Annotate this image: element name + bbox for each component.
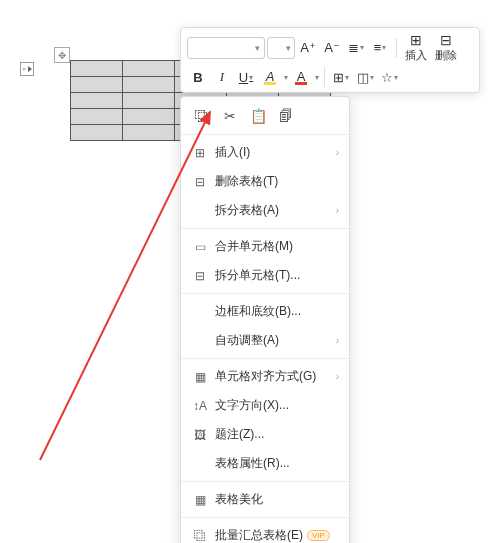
menu-text-direction[interactable]: ↕A 文字方向(X)... [181,391,349,420]
menu-label: 边框和底纹(B)... [215,303,301,320]
left-ruler-control[interactable]: ▫ [20,62,34,76]
blank-icon [191,334,209,348]
menu-label: 自动调整(A) [215,332,279,349]
submenu-arrow-icon: › [336,335,339,346]
list-icon: ≣ [348,40,359,55]
menu-label: 题注(Z)... [215,426,264,443]
menu-cell-alignment[interactable]: ▦ 单元格对齐方式(G) › [181,362,349,391]
caption-icon: 🖼 [191,428,209,442]
vip-badge: VIP [307,530,330,541]
menu-auto-fit[interactable]: 自动调整(A) › [181,326,349,355]
menu-split-table[interactable]: 拆分表格(A) › [181,196,349,225]
menu-label: 拆分表格(A) [215,202,279,219]
font-increase-button[interactable]: A⁺ [297,37,319,59]
shape-icon: ☆ [381,70,393,85]
table-context-menu: ⿻ ✂ 📋 🗐 ⊞ 插入(I) › ⊟ 删除表格(T) 拆分表格(A) › ▭ … [180,96,350,543]
highlight-button[interactable]: A [259,66,281,88]
insert-cells-button[interactable]: ⊞▾ [330,66,352,88]
align-button[interactable]: ≡▾ [369,37,391,59]
menu-merge-cells[interactable]: ▭ 合并单元格(M) [181,232,349,261]
font-family-select[interactable]: ▾ [187,37,265,59]
separator [181,134,349,135]
separator [324,67,325,87]
ruler-arrow-icon [28,66,32,72]
paste-special-icon: 🗐 [279,108,293,124]
list-button[interactable]: ≣▾ [345,37,367,59]
separator [181,517,349,518]
paste-button[interactable]: 📋 [249,107,267,125]
menu-label: 合并单元格(M) [215,238,293,255]
align-icon: ≡ [374,40,382,55]
menu-label: 删除表格(T) [215,173,278,190]
border-icon: ◫ [357,70,369,85]
paste-special-button[interactable]: 🗐 [277,107,295,125]
highlight-color-swatch [264,82,276,85]
menu-label: 表格属性(R)... [215,455,290,472]
menu-label: 文字方向(X)... [215,397,289,414]
insert-button[interactable]: ⊞ 插入 [402,32,430,63]
chevron-down-icon: ▾ [255,43,260,53]
separator [181,358,349,359]
cut-button[interactable]: ✂ [221,107,239,125]
italic-button[interactable]: I [211,66,233,88]
submenu-arrow-icon: › [336,205,339,216]
blank-icon [191,305,209,319]
menu-split-cells[interactable]: ⊟ 拆分单元格(T)... [181,261,349,290]
fontcolor-button[interactable]: A [290,66,312,88]
alignment-icon: ▦ [191,370,209,384]
highlight-dropdown[interactable]: ▾ [284,73,288,82]
split-cells-icon: ⊟ [191,269,209,283]
separator [181,228,349,229]
fontcolor-dropdown[interactable]: ▾ [315,73,319,82]
insert-row-icon: ⊞ [410,32,422,48]
mini-toolbar: ▾ ▾ A⁺ A⁻ ≣▾ ≡▾ ⊞ 插入 ⊟ 删除 B I U▾ A [180,27,480,93]
menu-label: 单元格对齐方式(G) [215,368,316,385]
move-icon: ✥ [58,50,66,61]
shape-button[interactable]: ☆▾ [378,66,400,88]
menu-table-beautify[interactable]: ▦ 表格美化 [181,485,349,514]
menu-borders-shading[interactable]: 边框和底纹(B)... [181,297,349,326]
delete-button[interactable]: ⊟ 删除 [432,32,460,63]
separator [181,293,349,294]
delete-row-icon: ⊟ [440,32,452,48]
menu-label: 批量汇总表格(E) [215,527,303,543]
menu-table-properties[interactable]: 表格属性(R)... [181,449,349,478]
font-decrease-button[interactable]: A⁻ [321,37,343,59]
blank-icon [191,457,209,471]
bold-button[interactable]: B [187,66,209,88]
font-size-select[interactable]: ▾ [267,37,295,59]
menu-caption[interactable]: 🖼 题注(Z)... [181,420,349,449]
ruler-box-icon: ▫ [22,64,25,74]
fontcolor-color-swatch [295,82,307,85]
submenu-arrow-icon: › [336,147,339,158]
cut-icon: ✂ [224,108,236,124]
menu-label: 插入(I) [215,144,250,161]
menu-delete-table[interactable]: ⊟ 删除表格(T) [181,167,349,196]
menu-insert[interactable]: ⊞ 插入(I) › [181,138,349,167]
menu-batch-summary[interactable]: ⿻ 批量汇总表格(E) VIP [181,521,349,543]
batch-summary-icon: ⿻ [191,529,209,543]
paste-icon: 📋 [250,108,267,124]
blank-icon [191,204,209,218]
grid-icon: ⊞ [333,70,344,85]
delete-label: 删除 [435,48,457,63]
separator [181,481,349,482]
beautify-icon: ▦ [191,493,209,507]
insert-label: 插入 [405,48,427,63]
submenu-arrow-icon: › [336,371,339,382]
border-button[interactable]: ◫▾ [354,66,376,88]
copy-button[interactable]: ⿻ [193,107,211,125]
delete-table-icon: ⊟ [191,175,209,189]
copy-icon: ⿻ [195,108,209,124]
insert-icon: ⊞ [191,146,209,160]
merge-cells-icon: ▭ [191,240,209,254]
table-move-handle[interactable]: ✥ [54,47,70,63]
text-direction-icon: ↕A [191,399,209,413]
menu-label: 表格美化 [215,491,263,508]
underline-button[interactable]: U▾ [235,66,257,88]
separator [396,38,397,58]
chevron-down-icon: ▾ [286,43,291,53]
menu-label: 拆分单元格(T)... [215,267,300,284]
